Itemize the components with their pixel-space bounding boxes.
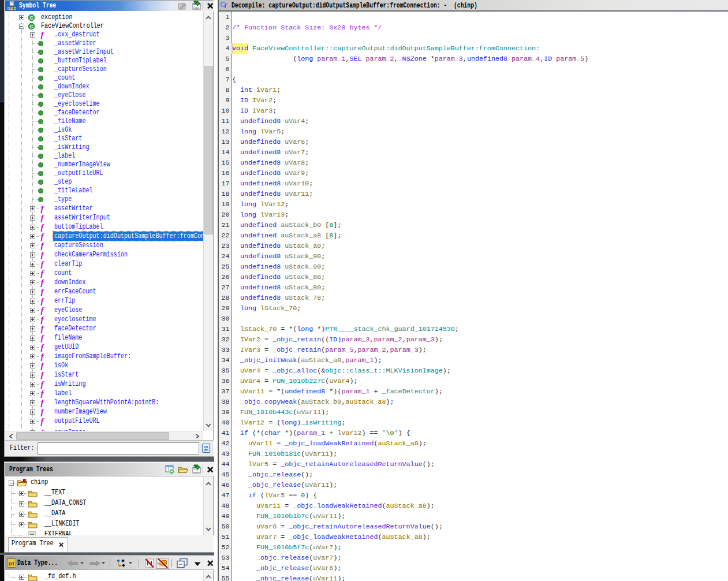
svg-text:f: f [41,315,45,324]
svg-text:DT: DT [9,561,15,567]
svg-text:f: f [41,325,45,333]
svg-text:f: f [41,288,45,296]
svg-text:f: f [41,241,45,250]
svg-text:f: f [41,269,45,278]
svg-text:f: f [41,343,45,352]
svg-text:C: C [29,14,33,20]
svg-text:f: f [41,389,45,398]
svg-text:f: f [41,214,45,222]
svg-text:f: f [41,380,45,389]
svg-text:f: f [41,297,45,306]
svg-text:f: f [41,278,45,287]
svg-text:C: C [29,23,33,29]
svg-text:f: f [41,352,45,361]
svg-text:f: f [41,204,45,213]
svg-text:f: f [41,334,45,342]
svg-text:f: f [41,408,45,416]
svg-text:f: f [41,371,45,379]
svg-text:f: f [41,417,45,426]
svg-text:f: f [41,398,45,407]
svg-text:f: f [41,260,45,269]
svg-text:f: f [41,31,45,39]
svg-text:f: f [41,223,45,232]
svg-text:f: f [41,232,45,241]
svg-text:f: f [41,306,45,315]
svg-text:f: f [41,362,45,370]
svg-text:f: f [41,251,45,259]
